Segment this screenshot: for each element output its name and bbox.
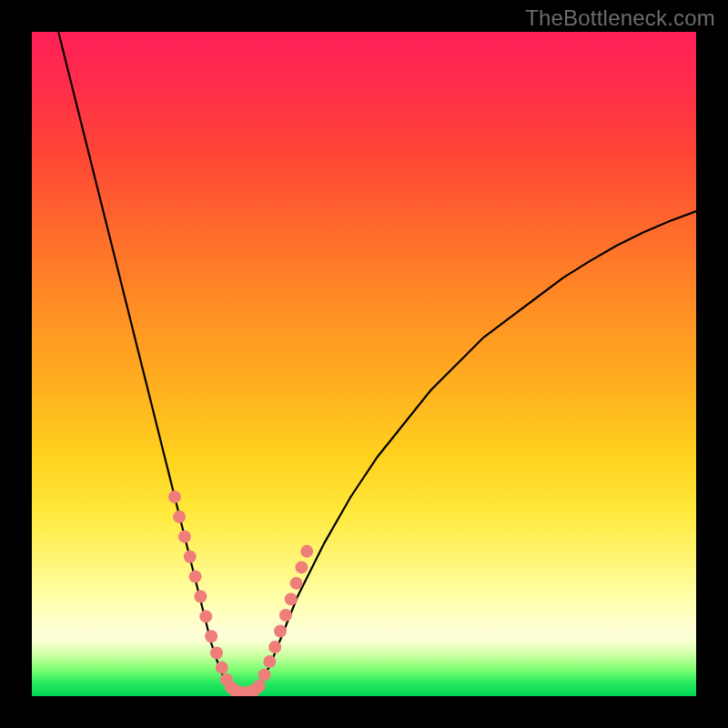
- data-marker: [178, 531, 191, 543]
- data-marker: [189, 571, 202, 583]
- data-marker: [216, 662, 228, 674]
- marker-group: [168, 490, 313, 696]
- chart-frame: TheBottleneck.com: [0, 0, 728, 728]
- curve-svg: [32, 32, 696, 696]
- data-marker: [279, 609, 292, 622]
- data-marker: [253, 680, 266, 693]
- watermark-label: TheBottleneck.com: [525, 5, 715, 31]
- data-marker: [194, 591, 207, 603]
- curve-group: [58, 32, 696, 693]
- data-marker: [295, 561, 308, 573]
- data-marker: [173, 511, 186, 523]
- data-marker: [274, 624, 287, 637]
- data-marker: [210, 647, 223, 660]
- plot-area: [32, 32, 696, 696]
- data-marker: [258, 669, 271, 682]
- data-marker: [268, 641, 281, 653]
- data-marker: [290, 577, 303, 590]
- data-marker: [199, 610, 212, 622]
- bottleneck-curve: [58, 32, 696, 693]
- data-marker: [205, 630, 217, 642]
- data-marker: [184, 551, 197, 563]
- data-marker: [285, 592, 298, 605]
- data-marker: [300, 545, 313, 558]
- data-marker: [263, 655, 276, 668]
- data-marker: [168, 490, 181, 503]
